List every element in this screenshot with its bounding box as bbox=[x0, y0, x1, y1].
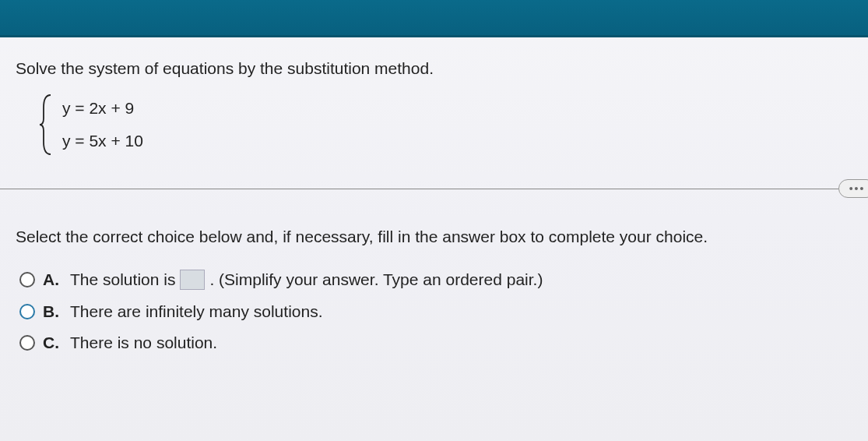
question-content: Solve the system of equations by the sub… bbox=[0, 37, 868, 352]
choice-a-text-after: . (Simplify your answer. Type an ordered… bbox=[209, 270, 543, 289]
choice-a-letter: A. bbox=[43, 270, 59, 289]
equation-system: y = 2x + 9 y = 5x + 10 bbox=[39, 93, 852, 156]
choice-b-letter: B. bbox=[43, 302, 59, 321]
choices-group: A. The solution is . (Simplify your answ… bbox=[19, 270, 852, 352]
choice-c-letter: C. bbox=[43, 333, 59, 352]
instructions-text: Select the correct choice below and, if … bbox=[16, 228, 852, 246]
divider-line bbox=[0, 189, 838, 189]
equation-1: y = 2x + 9 bbox=[62, 99, 143, 118]
choice-c-label: C. There is no solution. bbox=[43, 333, 217, 352]
radio-b[interactable] bbox=[19, 304, 35, 319]
divider-row: ••• bbox=[0, 179, 868, 198]
radio-c[interactable] bbox=[19, 335, 35, 351]
choice-a-label: A. The solution is . (Simplify your answ… bbox=[43, 270, 543, 290]
choice-a-text-before: The solution is bbox=[70, 270, 175, 289]
choice-b: B. There are infinitely many solutions. bbox=[19, 302, 852, 321]
more-dots-button[interactable]: ••• bbox=[838, 179, 868, 198]
header-bar bbox=[0, 0, 868, 37]
choice-c: C. There is no solution. bbox=[19, 333, 852, 352]
choice-b-label: B. There are infinitely many solutions. bbox=[43, 302, 323, 321]
choice-b-text: There are infinitely many solutions. bbox=[70, 302, 323, 321]
equation-2: y = 5x + 10 bbox=[62, 132, 143, 150]
question-prompt: Solve the system of equations by the sub… bbox=[16, 59, 852, 78]
equations-group: y = 2x + 9 y = 5x + 10 bbox=[62, 99, 143, 150]
choice-c-text: There is no solution. bbox=[70, 333, 217, 352]
answer-input-box[interactable] bbox=[180, 270, 205, 290]
left-brace-icon bbox=[39, 93, 54, 156]
choice-a: A. The solution is . (Simplify your answ… bbox=[19, 270, 852, 290]
radio-a[interactable] bbox=[19, 272, 35, 288]
